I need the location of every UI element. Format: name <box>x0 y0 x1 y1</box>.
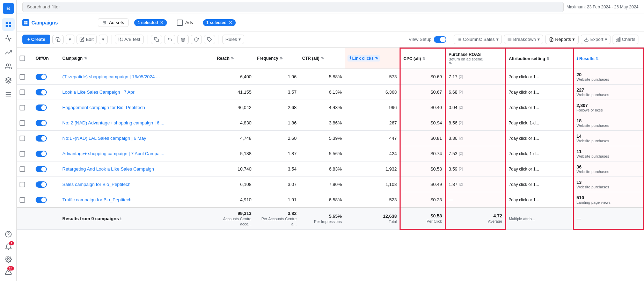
sidebar-icon-menu[interactable] <box>2 88 15 101</box>
row-checkbox[interactable] <box>20 151 25 157</box>
row-ctr: 6.13% <box>299 85 344 100</box>
results-sort-icon[interactable]: ⇅ <box>596 57 599 60</box>
adsets-selected-close[interactable]: ✕ <box>160 20 163 25</box>
row-reach: 4,910 <box>214 192 254 208</box>
campaign-name-link[interactable]: Traffic campaign for Bio_Peptitech <box>63 197 132 202</box>
row-checkbox-cell <box>17 177 33 192</box>
row-checkbox[interactable] <box>20 74 25 80</box>
row-toggle[interactable] <box>36 135 47 142</box>
campaign-nav-item[interactable]: Campaigns <box>22 19 92 26</box>
warning-badge: 24 <box>7 266 14 271</box>
campaign-name-link[interactable]: No: 2 (NAD) Advantage+ shopping campaign… <box>63 120 164 125</box>
roas-info-superscript: [2] <box>459 182 463 186</box>
cpc-sort-icon[interactable]: ⇅ <box>422 57 425 60</box>
duplicate-button[interactable] <box>52 35 64 44</box>
row-campaign-name: Traffic campaign for Bio_Peptitech <box>60 192 214 208</box>
row-frequency: 3.54 <box>254 161 299 177</box>
columns-button[interactable]: Columns: Sales ▾ <box>454 35 502 44</box>
delete-button[interactable] <box>177 35 189 44</box>
create-button[interactable]: + Create <box>22 35 50 44</box>
linkclicks-sort-icon[interactable]: ⇅ <box>375 56 378 60</box>
roas-info-superscript: [2] <box>459 121 463 125</box>
edit-button[interactable]: Edit <box>76 35 97 44</box>
ctr-sort-icon[interactable]: ⇅ <box>321 56 324 60</box>
campaigns-table-container: Off/On Campaign ⇅ Reach ⇅ Frequency ⇅ CT <box>17 48 644 281</box>
row-toggle[interactable] <box>36 74 47 80</box>
view-setup-toggle[interactable] <box>434 36 446 43</box>
sidebar-icon-chart[interactable] <box>2 46 15 59</box>
roas-sort-icon[interactable]: ⇅ <box>449 61 502 65</box>
row-checkbox[interactable] <box>20 89 25 95</box>
campaign-name-link[interactable]: Engagement campaign for Bio_Peptitech <box>63 105 145 110</box>
sidebar-icon-warning[interactable]: 24 <box>2 266 15 278</box>
ads-selected-badge[interactable]: 1 selected ✕ <box>203 19 236 26</box>
sidebar-icon-help[interactable] <box>2 228 15 240</box>
roas-value-wrapper: 3.59 [2] <box>449 166 502 172</box>
ads-selected-close[interactable]: ✕ <box>229 20 232 25</box>
attribution-sort-icon[interactable]: ⇅ <box>547 57 549 60</box>
sidebar-icon-activity[interactable] <box>2 32 15 45</box>
campaign-name-link[interactable]: Look a Like Sales Campaign | 7 April <box>63 89 137 95</box>
rules-button[interactable]: Rules ▾ <box>222 35 244 44</box>
row-frequency: 2.68 <box>254 100 299 115</box>
row-checkbox[interactable] <box>20 120 25 126</box>
campaign-name-link[interactable]: No:1 -(NAD) LAL Sales campaign | 6 May <box>63 136 146 141</box>
row-checkbox[interactable] <box>20 136 25 141</box>
row-reach: 5,188 <box>214 146 254 161</box>
footer-ctr: 5.65%Per Impressions <box>299 208 344 230</box>
row-toggle[interactable] <box>36 120 47 126</box>
sidebar-icon-layers[interactable] <box>2 74 15 87</box>
campaign-name-link[interactable]: Retargeting And Look a Like Sales Campai… <box>63 166 154 172</box>
adsets-nav-item[interactable]: ⊞ Ad sets <box>98 18 129 27</box>
ads-nav-item[interactable]: Ads <box>173 18 197 27</box>
reports-button[interactable]: Reports ▾ <box>545 35 579 44</box>
row-toggle[interactable] <box>36 151 47 157</box>
roas-number: 0.04 <box>449 105 458 110</box>
refresh-button[interactable] <box>191 35 202 44</box>
row-campaign-name: No:1 -(NAD) LAL Sales campaign | 6 May <box>60 131 214 146</box>
copy-button[interactable] <box>151 35 162 44</box>
sidebar-icon-grid[interactable] <box>2 18 15 31</box>
row-checkbox[interactable] <box>20 197 25 203</box>
ab-test-button[interactable]: A/B test <box>115 35 144 44</box>
roas-value-wrapper: 7.17 [2] <box>449 74 502 79</box>
row-checkbox[interactable] <box>20 105 25 110</box>
campaign-sort-icon[interactable]: ⇅ <box>84 56 87 60</box>
svg-rect-1 <box>9 22 11 24</box>
row-toggle[interactable] <box>36 181 47 188</box>
th-ctr: CTR (all) ⇅ <box>299 48 344 69</box>
duplicate-dropdown[interactable]: ▾ <box>66 35 74 44</box>
results-number: 11 <box>577 149 640 154</box>
reach-sort-icon[interactable]: ⇅ <box>231 56 234 60</box>
footer-checkbox <box>17 208 33 230</box>
svg-rect-40 <box>618 38 619 41</box>
row-checkbox[interactable] <box>20 166 25 172</box>
header-checkbox[interactable] <box>20 56 25 61</box>
charts-button[interactable]: Charts <box>613 35 638 44</box>
row-toggle[interactable] <box>36 197 47 203</box>
results-sublabel: Landing page views <box>577 200 640 204</box>
svg-rect-39 <box>619 37 620 41</box>
sidebar-icon-people[interactable] <box>2 60 15 73</box>
search-input[interactable] <box>22 2 564 12</box>
edit-dropdown[interactable]: ▾ <box>99 35 108 44</box>
campaign-name-link[interactable]: (Tirzepatide) shopping campaign | 16/05/… <box>63 74 160 79</box>
adsets-selected-badge[interactable]: 1 selected ✕ <box>134 19 167 26</box>
export-button[interactable]: Export ▾ <box>581 35 610 44</box>
row-checkbox[interactable] <box>20 182 25 187</box>
sidebar-icon-notification[interactable]: 1 <box>2 240 15 253</box>
row-toggle[interactable] <box>36 89 47 95</box>
campaign-name-link[interactable]: Advantage+ shopping campaign | 7 April C… <box>63 151 164 156</box>
frequency-sort-icon[interactable]: ⇅ <box>280 56 283 60</box>
breakdown-button[interactable]: Breakdown ▾ <box>504 35 543 44</box>
sidebar-icon-settings[interactable] <box>2 253 15 266</box>
row-linkclicks: 6,368 <box>345 85 400 100</box>
row-toggle[interactable] <box>36 105 47 111</box>
results-value-wrapper: 227 Website purchases <box>577 87 640 97</box>
tag-button[interactable] <box>204 35 215 44</box>
row-toggle[interactable] <box>36 166 47 172</box>
row-checkbox-cell <box>17 161 33 177</box>
campaign-name-link[interactable]: Sales campaign for Bio_Peptitech <box>63 182 131 187</box>
undo-button[interactable] <box>164 35 175 44</box>
row-cpc: $0.58 <box>400 161 445 177</box>
